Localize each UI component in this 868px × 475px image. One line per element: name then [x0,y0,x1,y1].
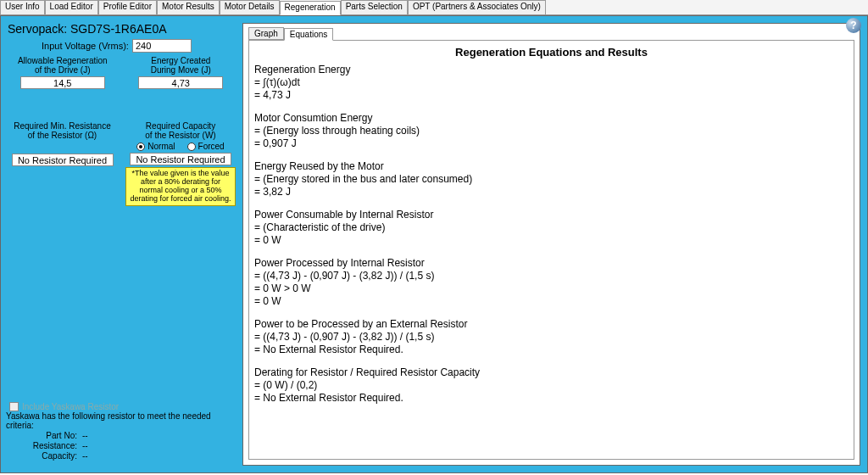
equation-line: = 0 W [254,295,849,308]
equation-line: = (Energy stored in the bus and later co… [254,173,849,186]
equation-block: Energy Reused by the Motor = (Energy sto… [254,160,849,198]
radio-normal[interactable] [136,142,145,151]
req-cap-value: No Resistor Required [130,153,231,165]
req-cap-label: Required Capacityof the Resistor (W) [125,121,236,140]
subtab-strip: GraphEquations [248,27,860,40]
equation-line: = ((4,73 J) - (0,907 J) - (3,82 J)) / (1… [254,331,849,344]
equation-line: = 0 W [254,234,849,247]
equation-line: = 0 W > 0 W [254,282,849,295]
allow-regen-value: 14,5 [20,76,105,89]
equation-heading: Energy Reused by the Motor [254,160,849,173]
tab-user-info[interactable]: User Info [0,0,45,14]
equation-line: = ((4,73 J) - (0,907 J) - (3,82 J)) / (1… [254,270,849,282]
tab-motor-details[interactable]: Motor Details [220,0,280,14]
equation-heading: Power Consumable by Internal Resistor [254,209,849,221]
equation-heading: Regeneration Energy [254,64,849,76]
derating-note: *The value given is the value after a 80… [125,167,236,206]
criteria-res-value: -- [82,441,88,450]
tab-load-editor[interactable]: Load Editor [45,0,98,14]
req-min-res-value: No Resistor Required [12,154,114,166]
input-voltage-row: Input Voltage (Vrms): [42,39,236,53]
equation-block: Derating for Resistor / Required Resisto… [254,366,849,405]
equation-heading: Motor Consumtion Energy [254,112,849,125]
equations-title: Regeneration Equations and Results [254,46,849,59]
allow-regen-label: Allowable Regenerationof the Drive (J) [8,56,118,75]
equation-line: = 3,82 J [254,186,849,198]
equation-block: Power Processed by Internal Resistor = (… [254,257,849,308]
equation-line: = (0 W) / (0,2) [254,379,849,392]
energy-created-label: Energy CreatedDuring Move (J) [126,56,236,75]
criteria-partno-value: -- [82,431,88,440]
radio-normal-label: Normal [147,142,175,151]
energy-created-value: 4,73 [138,76,223,89]
include-yaskawa-label: Include Yaskawa Resistor [22,402,119,411]
criteria-res-label: Resistance: [6,441,82,450]
equation-heading: Derating for Resistor / Required Resisto… [254,366,849,379]
radio-forced[interactable] [187,142,196,151]
main-panel: ? Servopack: SGD7S-1R6AE0A Input Voltage… [0,15,868,473]
input-voltage-input[interactable] [132,39,192,53]
equation-line: = ∫(τ)(ω)dt [254,76,849,89]
criteria-header: Yaskawa has the following resistor to me… [6,411,237,430]
left-panel: ? Servopack: SGD7S-1R6AE0A Input Voltage… [1,16,242,472]
include-yaskawa-checkbox[interactable] [9,402,19,411]
equation-line: = (Characteristic of the drive) [254,221,849,234]
tab-profile-editor[interactable]: Profile Editor [98,0,157,14]
input-voltage-label: Input Voltage (Vrms): [42,41,129,51]
equation-heading: Power Processed by Internal Resistor [254,257,849,270]
equation-block: Power to be Processed by an External Res… [254,318,849,356]
criteria-cap-label: Capacity: [6,451,82,461]
equations-pane: Regeneration Equations and Results Regen… [248,40,854,460]
equation-block: Motor Consumtion Energy = (Energy loss t… [254,112,849,150]
equation-line: = No External Resistor Required. [254,392,849,405]
tab-opt-partners-associates-only-[interactable]: OPT (Partners & Associates Only) [408,0,546,14]
tab-regeneration[interactable]: Regeneration [280,1,341,15]
equation-line: = 0,907 J [254,137,849,150]
equation-block: Regeneration Energy = ∫(τ)(ω)dt = 4,73 J [254,64,849,102]
tab-parts-selection[interactable]: Parts Selection [341,0,408,14]
criteria-block: Yaskawa has the following resistor to me… [6,411,237,461]
subtab-equations[interactable]: Equations [284,28,333,41]
subtab-graph[interactable]: Graph [248,27,284,40]
help-icon[interactable]: ? [846,18,861,33]
servopack-label: Servopack: SGD7S-1R6AE0A [8,22,236,36]
req-min-res-label: Required Min. Resistanceof the Resistor … [8,121,117,140]
equation-heading: Power to be Processed by an External Res… [254,318,849,331]
equation-line: = 4,73 J [254,89,849,102]
main-tabstrip: User InfoLoad EditorProfile EditorMotor … [0,0,868,15]
criteria-cap-value: -- [82,451,88,461]
radio-forced-label: Forced [198,142,225,151]
equation-line: = No External Resistor Required. [254,344,849,356]
right-panel: GraphEquations Regeneration Equations an… [242,23,860,466]
tab-motor-results[interactable]: Motor Results [157,0,220,14]
equation-line: = (Energy loss through heating coils) [254,125,849,137]
criteria-partno-label: Part No: [6,431,82,440]
equation-block: Power Consumable by Internal Resistor = … [254,209,849,247]
